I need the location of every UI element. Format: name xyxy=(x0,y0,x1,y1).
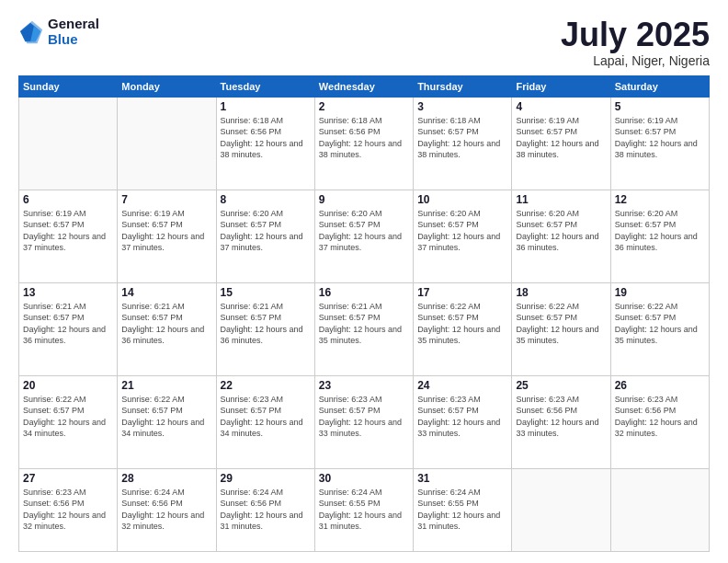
header-wednesday: Wednesday xyxy=(314,75,413,97)
day-number: 15 xyxy=(221,286,311,299)
table-row: 16Sunrise: 6:21 AM Sunset: 6:57 PM Dayli… xyxy=(314,282,413,375)
table-row: 3Sunrise: 6:18 AM Sunset: 6:57 PM Daylig… xyxy=(414,97,512,190)
table-row: 1Sunrise: 6:18 AM Sunset: 6:56 PM Daylig… xyxy=(216,97,314,190)
day-number: 29 xyxy=(221,472,311,485)
table-row: 2Sunrise: 6:18 AM Sunset: 6:56 PM Daylig… xyxy=(314,97,413,190)
table-row: 8Sunrise: 6:20 AM Sunset: 6:57 PM Daylig… xyxy=(216,190,314,282)
table-row xyxy=(610,468,709,551)
day-info: Sunrise: 6:24 AM Sunset: 6:56 PM Dayligh… xyxy=(121,487,211,533)
day-info: Sunrise: 6:18 AM Sunset: 6:56 PM Dayligh… xyxy=(319,115,409,161)
day-info: Sunrise: 6:21 AM Sunset: 6:57 PM Dayligh… xyxy=(23,301,113,347)
weekday-header-row: Sunday Monday Tuesday Wednesday Thursday… xyxy=(19,75,710,97)
day-info: Sunrise: 6:19 AM Sunset: 6:57 PM Dayligh… xyxy=(615,115,705,161)
logo-text: General Blue xyxy=(48,17,99,47)
day-number: 3 xyxy=(417,100,507,113)
table-row: 7Sunrise: 6:19 AM Sunset: 6:57 PM Daylig… xyxy=(118,190,216,282)
table-row xyxy=(19,97,118,190)
day-info: Sunrise: 6:23 AM Sunset: 6:57 PM Dayligh… xyxy=(417,394,507,440)
day-number: 14 xyxy=(121,286,211,299)
logo-general-text: General xyxy=(48,17,99,32)
day-info: Sunrise: 6:21 AM Sunset: 6:57 PM Dayligh… xyxy=(121,301,211,347)
day-info: Sunrise: 6:20 AM Sunset: 6:57 PM Dayligh… xyxy=(615,208,705,254)
table-row: 26Sunrise: 6:23 AM Sunset: 6:56 PM Dayli… xyxy=(610,375,709,468)
table-row: 11Sunrise: 6:20 AM Sunset: 6:57 PM Dayli… xyxy=(512,190,610,282)
day-info: Sunrise: 6:24 AM Sunset: 6:55 PM Dayligh… xyxy=(417,487,507,533)
table-row: 4Sunrise: 6:19 AM Sunset: 6:57 PM Daylig… xyxy=(512,97,610,190)
day-info: Sunrise: 6:24 AM Sunset: 6:56 PM Dayligh… xyxy=(221,487,311,533)
table-row: 28Sunrise: 6:24 AM Sunset: 6:56 PM Dayli… xyxy=(118,468,216,551)
table-row: 5Sunrise: 6:19 AM Sunset: 6:57 PM Daylig… xyxy=(610,97,709,190)
day-info: Sunrise: 6:21 AM Sunset: 6:57 PM Dayligh… xyxy=(221,301,311,347)
day-number: 6 xyxy=(23,193,113,206)
day-number: 8 xyxy=(221,193,311,206)
day-info: Sunrise: 6:22 AM Sunset: 6:57 PM Dayligh… xyxy=(615,301,705,347)
day-number: 10 xyxy=(417,193,507,206)
table-row xyxy=(512,468,610,551)
day-info: Sunrise: 6:22 AM Sunset: 6:57 PM Dayligh… xyxy=(417,301,507,347)
logo-blue-text: Blue xyxy=(48,32,99,48)
day-number: 31 xyxy=(417,472,507,485)
day-info: Sunrise: 6:20 AM Sunset: 6:57 PM Dayligh… xyxy=(516,208,606,254)
header-saturday: Saturday xyxy=(610,75,709,97)
header-tuesday: Tuesday xyxy=(216,75,314,97)
day-info: Sunrise: 6:23 AM Sunset: 6:57 PM Dayligh… xyxy=(221,394,311,440)
title-block: July 2025 Lapai, Niger, Nigeria xyxy=(561,17,710,68)
calendar-week-row: 13Sunrise: 6:21 AM Sunset: 6:57 PM Dayli… xyxy=(19,282,710,375)
day-info: Sunrise: 6:18 AM Sunset: 6:57 PM Dayligh… xyxy=(417,115,507,161)
logo: General Blue xyxy=(18,17,99,47)
table-row: 13Sunrise: 6:21 AM Sunset: 6:57 PM Dayli… xyxy=(19,282,118,375)
day-number: 4 xyxy=(516,100,606,113)
table-row: 22Sunrise: 6:23 AM Sunset: 6:57 PM Dayli… xyxy=(216,375,314,468)
day-info: Sunrise: 6:23 AM Sunset: 6:56 PM Dayligh… xyxy=(23,487,113,533)
table-row xyxy=(118,97,216,190)
day-number: 20 xyxy=(23,379,113,392)
table-row: 29Sunrise: 6:24 AM Sunset: 6:56 PM Dayli… xyxy=(216,468,314,551)
page: General Blue July 2025 Lapai, Niger, Nig… xyxy=(0,0,728,563)
day-number: 13 xyxy=(23,286,113,299)
day-number: 24 xyxy=(417,379,507,392)
day-info: Sunrise: 6:19 AM Sunset: 6:57 PM Dayligh… xyxy=(23,208,113,254)
table-row: 12Sunrise: 6:20 AM Sunset: 6:57 PM Dayli… xyxy=(610,190,709,282)
day-number: 27 xyxy=(23,472,113,485)
day-number: 7 xyxy=(121,193,211,206)
day-info: Sunrise: 6:18 AM Sunset: 6:56 PM Dayligh… xyxy=(221,115,311,161)
header: General Blue July 2025 Lapai, Niger, Nig… xyxy=(18,17,710,68)
table-row: 27Sunrise: 6:23 AM Sunset: 6:56 PM Dayli… xyxy=(19,468,118,551)
day-info: Sunrise: 6:22 AM Sunset: 6:57 PM Dayligh… xyxy=(121,394,211,440)
logo-icon xyxy=(18,19,44,45)
day-info: Sunrise: 6:23 AM Sunset: 6:56 PM Dayligh… xyxy=(615,394,705,440)
day-number: 18 xyxy=(516,286,606,299)
title-month: July 2025 xyxy=(561,17,710,53)
day-info: Sunrise: 6:23 AM Sunset: 6:57 PM Dayligh… xyxy=(319,394,409,440)
table-row: 15Sunrise: 6:21 AM Sunset: 6:57 PM Dayli… xyxy=(216,282,314,375)
calendar-week-row: 6Sunrise: 6:19 AM Sunset: 6:57 PM Daylig… xyxy=(19,190,710,282)
day-info: Sunrise: 6:20 AM Sunset: 6:57 PM Dayligh… xyxy=(319,208,409,254)
header-monday: Monday xyxy=(118,75,216,97)
header-friday: Friday xyxy=(512,75,610,97)
day-number: 9 xyxy=(319,193,409,206)
day-info: Sunrise: 6:24 AM Sunset: 6:55 PM Dayligh… xyxy=(319,487,409,533)
table-row: 17Sunrise: 6:22 AM Sunset: 6:57 PM Dayli… xyxy=(414,282,512,375)
table-row: 30Sunrise: 6:24 AM Sunset: 6:55 PM Dayli… xyxy=(314,468,413,551)
table-row: 20Sunrise: 6:22 AM Sunset: 6:57 PM Dayli… xyxy=(19,375,118,468)
day-info: Sunrise: 6:22 AM Sunset: 6:57 PM Dayligh… xyxy=(516,301,606,347)
day-info: Sunrise: 6:22 AM Sunset: 6:57 PM Dayligh… xyxy=(23,394,113,440)
calendar-week-row: 20Sunrise: 6:22 AM Sunset: 6:57 PM Dayli… xyxy=(19,375,710,468)
header-sunday: Sunday xyxy=(19,75,118,97)
table-row: 10Sunrise: 6:20 AM Sunset: 6:57 PM Dayli… xyxy=(414,190,512,282)
day-info: Sunrise: 6:19 AM Sunset: 6:57 PM Dayligh… xyxy=(516,115,606,161)
day-number: 25 xyxy=(516,379,606,392)
day-number: 21 xyxy=(121,379,211,392)
day-number: 28 xyxy=(121,472,211,485)
table-row: 23Sunrise: 6:23 AM Sunset: 6:57 PM Dayli… xyxy=(314,375,413,468)
day-number: 22 xyxy=(221,379,311,392)
calendar-week-row: 1Sunrise: 6:18 AM Sunset: 6:56 PM Daylig… xyxy=(19,97,710,190)
table-row: 18Sunrise: 6:22 AM Sunset: 6:57 PM Dayli… xyxy=(512,282,610,375)
table-row: 24Sunrise: 6:23 AM Sunset: 6:57 PM Dayli… xyxy=(414,375,512,468)
day-number: 17 xyxy=(417,286,507,299)
table-row: 25Sunrise: 6:23 AM Sunset: 6:56 PM Dayli… xyxy=(512,375,610,468)
table-row: 14Sunrise: 6:21 AM Sunset: 6:57 PM Dayli… xyxy=(118,282,216,375)
table-row: 31Sunrise: 6:24 AM Sunset: 6:55 PM Dayli… xyxy=(414,468,512,551)
day-info: Sunrise: 6:19 AM Sunset: 6:57 PM Dayligh… xyxy=(121,208,211,254)
day-number: 26 xyxy=(615,379,705,392)
